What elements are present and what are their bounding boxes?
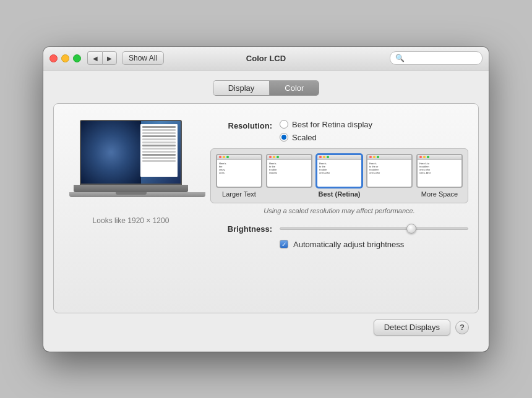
scale-preview-space1: Here'sto the crtroublemones who [366, 154, 413, 188]
screen-line [142, 142, 176, 143]
mini-minimize [273, 156, 275, 158]
window-title: Color LCD [246, 54, 286, 63]
minimize-button[interactable] [61, 54, 69, 62]
scale-titlebar [317, 155, 361, 160]
search-bar[interactable]: 🔍 [390, 51, 483, 65]
screen-line [142, 148, 176, 150]
brightness-slider-thumb[interactable] [406, 224, 416, 234]
tab-group: Display Color [213, 80, 320, 96]
close-button[interactable] [49, 54, 58, 62]
main-window: ◀ ▶ Show All Color LCD 🔍 Display Color [43, 47, 489, 352]
left-panel: Looks like 1920 × 1200 [64, 114, 198, 303]
mini-minimize [223, 156, 225, 158]
scale-content: Here'sthecrazyones [217, 160, 261, 175]
resolution-retina-radio[interactable] [280, 120, 288, 129]
screen-line [142, 157, 176, 159]
mini-maximize [277, 156, 279, 158]
screen-line [142, 154, 176, 156]
tabs-container: Display Color [53, 80, 479, 96]
mini-close [219, 156, 221, 158]
mini-close [419, 156, 422, 158]
scale-content: Here's totroublemones whorules. And [418, 160, 461, 175]
screen-line [142, 160, 176, 162]
scale-option-more[interactable]: Here's totroublemones whorules. And More… [416, 154, 463, 198]
auto-brightness-label: Automatically adjust brightness [293, 240, 404, 249]
scale-preview-medium: Here'sto thetroublemakers [266, 154, 312, 188]
mini-maximize [377, 156, 379, 158]
scale-preview-more: Here's totroublemones whorules. And [416, 154, 463, 188]
scale-preview-larger: Here'sthecrazyones [216, 154, 262, 188]
title-bar: ◀ ▶ Show All Color LCD 🔍 [43, 47, 489, 70]
resolution-row: Resolution: Best for Retina display Scal… [210, 120, 468, 142]
resolution-label: Resolution: [210, 120, 272, 130]
screen-line [142, 135, 176, 137]
scale-option-medium[interactable]: Here'sto thetroublemakers [266, 154, 312, 198]
auto-brightness-row: ✓ Automatically adjust brightness [280, 240, 468, 249]
scale-content: Here'sto the crtroublemones who [367, 160, 411, 175]
search-icon: 🔍 [395, 54, 405, 62]
screen-line [142, 151, 176, 153]
right-panel: Resolution: Best for Retina display Scal… [210, 114, 468, 303]
scale-label-larger: Larger Text [222, 190, 256, 198]
resolution-retina-option[interactable]: Best for Retina display [280, 120, 372, 129]
mini-maximize [427, 156, 429, 158]
resolution-retina-label: Best for Retina display [292, 120, 372, 129]
mini-maximize [226, 156, 229, 158]
scale-titlebar [217, 155, 261, 160]
screen-line [142, 138, 176, 140]
maximize-button[interactable] [73, 54, 81, 62]
help-button[interactable]: ? [455, 321, 469, 334]
laptop-preview [69, 120, 193, 206]
scale-option-space1[interactable]: Here'sto the crtroublemones who [366, 154, 413, 198]
scale-preview-best: Here'sto thetroubleones who [316, 154, 363, 188]
screen-content [140, 124, 178, 177]
screen-line [142, 126, 176, 128]
resolution-scaled-label: Scaled [292, 133, 317, 142]
content-area: Display Color [43, 70, 489, 352]
mini-minimize [373, 156, 375, 158]
tab-color[interactable]: Color [270, 81, 319, 95]
screen-galaxy [81, 121, 141, 184]
laptop-base [74, 185, 188, 192]
scale-content: Here'sto thetroublemakers [267, 160, 311, 175]
show-all-button[interactable]: Show All [122, 51, 164, 65]
main-panel: Looks like 1920 × 1200 Resolution: Best … [53, 103, 479, 313]
bottom-bar: Detect Displays ? [53, 313, 479, 342]
screen-line [142, 132, 176, 134]
scale-label-best: Best (Retina) [319, 190, 361, 198]
laptop-screen [80, 120, 182, 185]
resolution-display: Looks like 1920 × 1200 [93, 216, 169, 225]
performance-note: Using a scaled resolution may affect per… [210, 207, 468, 214]
scale-titlebar [267, 155, 311, 160]
mini-minimize [323, 156, 325, 158]
scale-option-best[interactable]: Here'sto thetroubleones who Best (Retina… [316, 154, 363, 198]
mini-maximize [327, 156, 329, 158]
mini-close [319, 156, 322, 158]
screen-line [142, 129, 176, 131]
scale-label-more: More Space [421, 190, 458, 198]
scale-content: Here'sto thetroubleones who [317, 160, 361, 175]
scaled-options: Here'sthecrazyones Larger Text [210, 148, 468, 203]
scale-option-larger[interactable]: Here'sthecrazyones Larger Text [216, 154, 262, 198]
resolution-scaled-option[interactable]: Scaled [280, 133, 372, 142]
brightness-slider-track [280, 227, 468, 230]
screen-lines [140, 124, 178, 165]
traffic-lights [49, 54, 81, 62]
screen-line [142, 145, 176, 146]
detect-displays-button[interactable]: Detect Displays [374, 320, 450, 336]
forward-button[interactable]: ▶ [102, 51, 117, 65]
back-button[interactable]: ◀ [87, 51, 102, 65]
nav-buttons: ◀ ▶ [87, 51, 117, 65]
brightness-label: Brightness: [210, 224, 272, 234]
auto-brightness-checkbox[interactable]: ✓ [280, 240, 288, 248]
resolution-options: Best for Retina display Scaled [280, 120, 372, 142]
scale-titlebar [418, 155, 461, 160]
resolution-scaled-radio[interactable] [280, 133, 288, 142]
mini-close [369, 156, 372, 158]
tab-display[interactable]: Display [213, 81, 270, 95]
mini-minimize [423, 156, 426, 158]
mini-close [269, 156, 272, 158]
scale-titlebar [367, 155, 411, 160]
slider-container[interactable] [280, 227, 468, 230]
brightness-row: Brightness: [210, 224, 468, 234]
